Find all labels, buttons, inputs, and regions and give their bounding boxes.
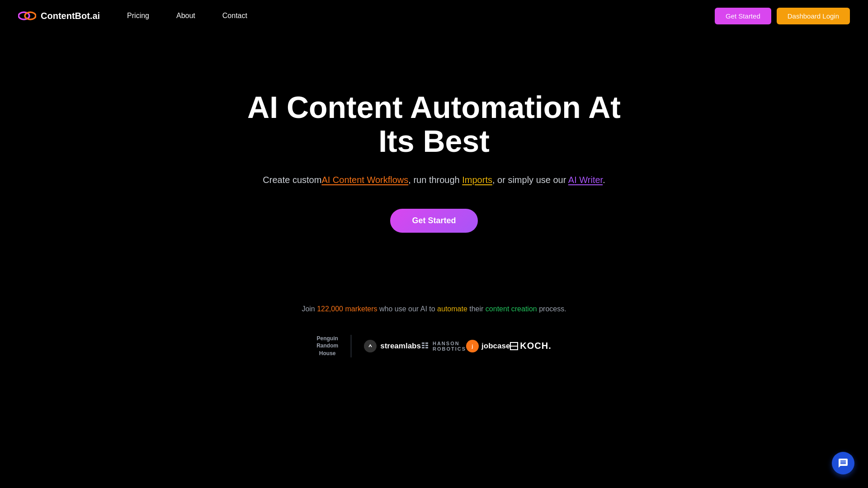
jobcase-text: jobcase bbox=[481, 342, 510, 351]
nav-actions: Get Started Dashboard Login bbox=[715, 8, 850, 24]
nav-about[interactable]: About bbox=[176, 12, 195, 20]
nav-get-started-button[interactable]: Get Started bbox=[715, 8, 771, 24]
navbar: ContentBot.ai Pricing About Contact Get … bbox=[0, 0, 868, 32]
social-proof-section: Join 122,000 marketers who use our AI to… bbox=[0, 305, 868, 394]
hero-subtitle-mid1: , run through bbox=[408, 175, 462, 185]
nav-dashboard-login-button[interactable]: Dashboard Login bbox=[777, 8, 850, 24]
social-highlight-automate: automate bbox=[437, 305, 467, 313]
brand-streamlabs: streamlabs bbox=[364, 340, 421, 352]
hero-imports-link[interactable]: Imports bbox=[462, 175, 492, 185]
jobcase-icon: j bbox=[466, 340, 479, 352]
social-text-before: Join bbox=[302, 305, 317, 313]
hanson-grid-icon bbox=[421, 342, 430, 351]
logo-divider-1 bbox=[351, 335, 351, 357]
nav-links: Pricing About Contact bbox=[127, 12, 715, 20]
social-proof-text: Join 122,000 marketers who use our AI to… bbox=[302, 305, 566, 313]
logo-text: ContentBot.ai bbox=[41, 11, 100, 21]
hero-workflows-link[interactable]: AI Content Workflows bbox=[321, 175, 408, 185]
koch-text: KOCH. bbox=[520, 341, 551, 351]
brand-logos-row: Penguin Random House streamlabs bbox=[316, 335, 552, 357]
brand-koch: KOCH. bbox=[510, 341, 551, 351]
brand-hanson: HANSON ROBOTICS bbox=[421, 341, 466, 352]
brand-jobcase: j jobcase bbox=[466, 340, 510, 352]
social-text-after: process. bbox=[537, 305, 566, 313]
social-text-mid2: their bbox=[467, 305, 486, 313]
hero-subtitle-before: Create custom bbox=[263, 175, 321, 185]
hero-subtitle: Create customAI Content Workflows, run t… bbox=[263, 173, 605, 187]
svg-rect-3 bbox=[422, 343, 425, 344]
streamlabs-text: streamlabs bbox=[380, 342, 421, 351]
hero-get-started-button[interactable]: Get Started bbox=[390, 209, 477, 233]
hero-title: AI Content Automation At Its Best bbox=[231, 90, 637, 158]
svg-point-1 bbox=[25, 12, 36, 19]
svg-rect-4 bbox=[425, 343, 428, 344]
hero-subtitle-mid2: , or simply use our bbox=[492, 175, 568, 185]
hero-section: AI Content Automation At Its Best Create… bbox=[0, 0, 868, 305]
chat-icon bbox=[838, 458, 849, 469]
social-text-mid1: who use our AI to bbox=[377, 305, 438, 313]
social-highlight-marketers: 122,000 marketers bbox=[317, 305, 377, 313]
svg-rect-6 bbox=[425, 345, 428, 346]
svg-text:j: j bbox=[472, 344, 473, 349]
social-highlight-content: content creation bbox=[486, 305, 537, 313]
nav-contact[interactable]: Contact bbox=[222, 12, 247, 20]
logo-area[interactable]: ContentBot.ai bbox=[18, 10, 100, 22]
chat-support-button[interactable] bbox=[832, 452, 854, 474]
nav-pricing[interactable]: Pricing bbox=[127, 12, 149, 20]
brand-penguin: Penguin Random House bbox=[316, 335, 338, 357]
svg-rect-8 bbox=[425, 347, 428, 348]
hero-writer-link[interactable]: AI Writer bbox=[568, 175, 603, 185]
streamlabs-icon bbox=[364, 340, 377, 352]
svg-rect-5 bbox=[422, 345, 425, 346]
hero-subtitle-after: . bbox=[603, 175, 605, 185]
svg-rect-7 bbox=[422, 347, 425, 348]
logo-icon bbox=[18, 10, 36, 22]
koch-icon bbox=[510, 342, 518, 350]
